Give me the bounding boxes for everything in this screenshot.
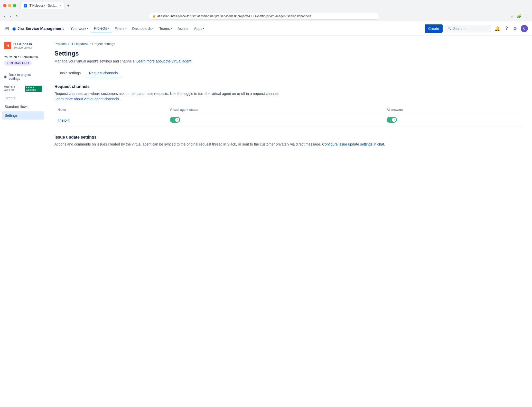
forward-nav-button[interactable]: ›: [8, 13, 12, 20]
project-icon: H: [4, 42, 11, 49]
subtitle-link-text: Learn more about the virtual agent.: [136, 59, 192, 63]
app-layout: H IT Helpdesk Service project You're on …: [0, 36, 532, 407]
early-access-badge: EARLY ACCESS: [25, 86, 42, 92]
tab-title: IT Helpdesk - Setti...: [29, 4, 57, 7]
new-tab-button[interactable]: +: [66, 3, 71, 8]
configure-issue-update-link[interactable]: Configure issue update settings in chat.: [322, 142, 385, 146]
page-subtitle: Manage your virtual agent's settings and…: [54, 59, 524, 63]
app-grid-button[interactable]: ⊞: [4, 25, 10, 32]
page-title: Settings: [54, 50, 524, 57]
nav-dashboards[interactable]: Dashboards ▾: [130, 25, 156, 32]
minimize-window-button[interactable]: [8, 4, 11, 7]
nav-your-work-label: Your work: [70, 26, 86, 31]
issue-update-desc-text: Actions and comments on issues created b…: [54, 142, 321, 146]
nav-filters-label: Filters: [115, 26, 124, 31]
configure-issue-update-link-text: Configure issue update settings in chat.: [322, 142, 385, 146]
tab-close-button[interactable]: ✕: [59, 4, 61, 7]
premium-trial: You're on a Premium trial ✦ 59 DAYS LEFT: [2, 53, 44, 68]
breadcrumb-projects[interactable]: Projects: [54, 42, 67, 46]
virtual-agent-channels-link[interactable]: Learn more about virtual agent channels.: [54, 97, 120, 101]
nav-projects[interactable]: Projects ▾: [91, 25, 112, 32]
ai-answers-toggle[interactable]: [387, 117, 397, 123]
issue-update-title: Issue update settings: [54, 135, 524, 140]
nav-assets-label: Assets: [178, 26, 188, 31]
url-text: atlassian-intelligence-for-jsm.atlassian…: [157, 14, 311, 18]
reload-button[interactable]: ↻: [14, 13, 20, 20]
breadcrumb-it-helpdesk[interactable]: IT Helpdesk: [71, 42, 88, 46]
jira-logo-icon: ◆: [12, 25, 16, 32]
bookmark-button[interactable]: ☆: [509, 13, 515, 19]
settings-button[interactable]: ⚙: [511, 24, 519, 33]
lock-icon: 🔒: [152, 14, 156, 18]
main-content: Projects / IT Helpdesk / Project setting…: [46, 36, 532, 407]
col-virtual-agent-status: Virtual agent status: [167, 106, 384, 114]
col-ai-answers: AI answers: [384, 106, 524, 114]
tab-request-channels[interactable]: Request channels: [85, 68, 122, 78]
help-button[interactable]: ?: [504, 24, 509, 33]
url-bar[interactable]: 🔒 atlassian-intelligence-for-jsm.atlassi…: [149, 13, 380, 20]
nav-assets[interactable]: Assets: [175, 25, 191, 32]
channel-name: #help-it: [58, 118, 69, 122]
project-type: Service project: [13, 46, 32, 49]
channels-table: Name Virtual agent status AI answers: [54, 106, 524, 127]
request-channels-desc-text: Request channels are where customers ask…: [54, 92, 279, 96]
search-bar[interactable]: 🔍 Search: [445, 25, 491, 32]
breadcrumb-sep-1: /: [68, 42, 69, 46]
close-window-button[interactable]: [3, 4, 6, 7]
settings-tabs: Basic settings Request channels: [54, 68, 524, 78]
chevron-down-icon: ▾: [152, 27, 154, 30]
user-avatar[interactable]: U: [521, 25, 528, 32]
back-icon: ◉: [4, 75, 7, 79]
notifications-button[interactable]: 🔔: [493, 24, 502, 33]
request-channels-desc: Request channels are where customers ask…: [54, 91, 524, 102]
tab-basic-settings-label: Basic settings: [59, 71, 81, 75]
project-info: IT Helpdesk Service project: [13, 42, 32, 49]
browser-menu-button[interactable]: ⋮: [523, 13, 529, 19]
app-logo[interactable]: ◆ Jira Service Management: [12, 25, 64, 32]
tab-favicon: [24, 4, 27, 7]
chevron-down-icon: ▾: [203, 27, 204, 30]
channel-name-cell: #help-it: [54, 114, 167, 127]
nav-teams[interactable]: Teams ▾: [157, 25, 174, 32]
chevron-down-icon: ▾: [87, 27, 88, 30]
virtual-agent-channels-link-text: Learn more about virtual agent channels.: [54, 97, 120, 101]
sidebar: H IT Helpdesk Service project You're on …: [0, 36, 46, 407]
chevron-down-icon: ▾: [125, 27, 127, 30]
back-nav-button[interactable]: ‹: [3, 13, 6, 20]
star-icon: ✦: [7, 62, 9, 65]
virtual-agent-status-toggle[interactable]: [170, 117, 180, 123]
title-bar: IT Helpdesk - Setti... ✕ +: [0, 0, 532, 11]
channel-name-link[interactable]: #help-it: [58, 118, 69, 122]
tab-request-channels-label: Request channels: [89, 71, 118, 75]
sidebar-section-label: VIRTUAL AGENT EARLY ACCESS: [2, 85, 44, 93]
window-controls: [3, 4, 16, 7]
nav-dashboards-label: Dashboards: [132, 26, 152, 31]
sidebar-item-standard-flows[interactable]: Standard flows: [2, 103, 44, 111]
trial-badge-label: 59 DAYS LEFT: [10, 61, 29, 65]
sidebar-item-settings[interactable]: Settings: [2, 111, 44, 120]
nav-apps[interactable]: Apps ▾: [191, 25, 207, 32]
nav-filters[interactable]: Filters ▾: [112, 25, 129, 32]
maximize-window-button[interactable]: [13, 4, 16, 7]
extensions-button[interactable]: 🧩: [516, 13, 522, 19]
search-icon: 🔍: [447, 26, 452, 30]
nav-your-work[interactable]: Your work ▾: [68, 25, 91, 32]
subtitle-link[interactable]: Learn more about the virtual agent.: [136, 59, 192, 63]
sidebar-item-intents-label: Intents: [5, 96, 15, 100]
breadcrumb: Projects / IT Helpdesk / Project setting…: [54, 42, 524, 46]
table-row: #help-it: [54, 114, 524, 127]
browser-tab[interactable]: IT Helpdesk - Setti... ✕: [20, 2, 65, 9]
app-header: ⊞ ◆ Jira Service Management Your work ▾ …: [0, 21, 532, 36]
create-button[interactable]: Create: [425, 24, 443, 33]
col-name: Name: [54, 106, 167, 114]
back-label: Back to project settings: [9, 73, 42, 80]
nav-teams-label: Teams: [159, 26, 170, 31]
browser-chrome: IT Helpdesk - Setti... ✕ + ‹ › ↻ 🔒 atlas…: [0, 0, 532, 21]
trial-badge-button[interactable]: ✦ 59 DAYS LEFT: [4, 60, 32, 66]
virtual-agent-label: VIRTUAL AGENT: [4, 86, 23, 92]
sidebar-item-intents[interactable]: Intents: [2, 94, 44, 102]
nav-projects-label: Projects: [94, 26, 107, 30]
back-to-project-settings[interactable]: ◉ Back to project settings: [2, 71, 44, 83]
address-bar: ‹ › ↻ 🔒 atlassian-intelligence-for-jsm.a…: [0, 11, 532, 21]
tab-basic-settings[interactable]: Basic settings: [54, 68, 85, 78]
